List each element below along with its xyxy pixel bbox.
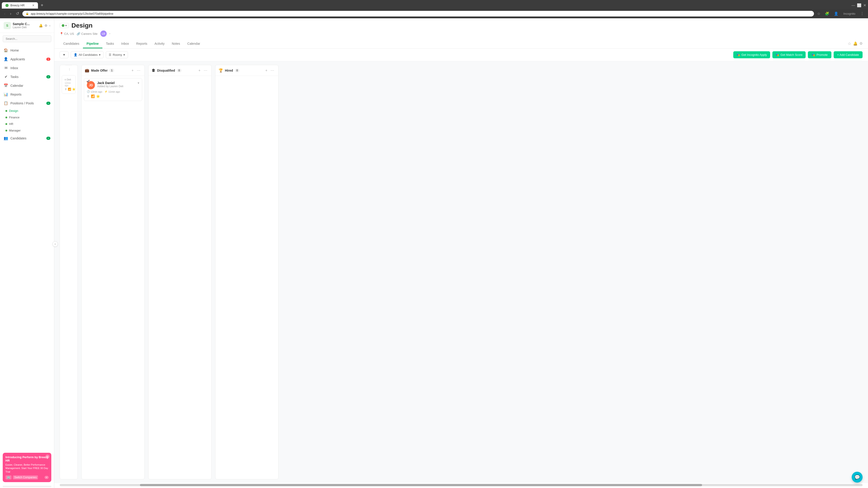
- sidebar-search-container: [0, 33, 54, 44]
- settings-icon[interactable]: ⚙: [44, 24, 48, 27]
- new-tab-button[interactable]: +: [39, 2, 45, 9]
- menu-button[interactable]: ⋮: [859, 11, 865, 17]
- notification-icon[interactable]: 🔔: [39, 24, 43, 27]
- disqualified-header: 🗑 Disqualified 0 + ⋯: [149, 65, 211, 76]
- sidebar-item-tasks[interactable]: ✔ Tasks +: [0, 72, 54, 81]
- card-avatar-flag: 🚀: [86, 80, 90, 83]
- tab-notes[interactable]: Notes: [168, 39, 184, 48]
- bolt-icon: ⚡: [104, 90, 107, 93]
- location-text: CA, US: [64, 32, 74, 35]
- match-icon: 🎭: [776, 53, 779, 57]
- sidebar-item-home-label: Home: [10, 48, 19, 52]
- window-minimize-button[interactable]: —: [851, 3, 855, 7]
- made-offer-add-button[interactable]: +: [131, 68, 134, 73]
- sidebar-item-applicants[interactable]: 👤 Applicants 1: [0, 55, 54, 64]
- pipeline-scrollbar[interactable]: [60, 484, 863, 486]
- clock-icon: 🕐: [87, 90, 90, 93]
- company-user: Lauren Deli: [13, 26, 30, 29]
- card-actions-jack: ⬆ 📶 ⭐: [87, 94, 139, 98]
- add-candidate-label: + Add Candidate: [837, 53, 859, 57]
- signal-icon[interactable]: 📶: [91, 94, 95, 98]
- timestamp-1-value: 13min ago: [91, 90, 102, 93]
- tab-inbox[interactable]: Inbox: [118, 39, 132, 48]
- tab-activity[interactable]: Activity: [151, 39, 168, 48]
- address-bar[interactable]: 🔒 app.breezy.hr/app/c/sample-company/p/1…: [22, 11, 814, 17]
- position-item-finance[interactable]: Finance: [0, 114, 54, 121]
- position-title-row: ▾ Design: [60, 22, 863, 29]
- position-item-hr[interactable]: HR: [0, 121, 54, 127]
- sidebar-item-reports[interactable]: 📊 Reports: [0, 90, 54, 99]
- promote-button[interactable]: 🎭 Promote: [808, 51, 831, 58]
- promo-close-x[interactable]: ×: [44, 476, 49, 479]
- candidate-card-jack-daniel[interactable]: 🚀 JD Jack Daniel Added by Lauren Deli ▾: [84, 78, 142, 101]
- promo-btn-label: Switch Companies: [13, 475, 38, 480]
- all-candidates-dropdown[interactable]: 👤 All Candidates ▾: [71, 51, 103, 58]
- back-button[interactable]: ‹: [3, 10, 7, 17]
- partial-candidate-card[interactable]: n Deli 12min ago ⬆ 📶 ⭐: [62, 75, 76, 94]
- add-candidate-button[interactable]: + Add Candidate: [834, 51, 863, 58]
- home-icon: 🏠: [4, 48, 8, 53]
- sidebar-item-calendar[interactable]: 📅 Calendar: [0, 81, 54, 90]
- tab-candidates[interactable]: Candidates: [60, 39, 83, 48]
- hired-add-button[interactable]: +: [265, 68, 268, 73]
- position-avatar: LD: [100, 31, 107, 37]
- sidebar-item-inbox[interactable]: ✉ Inbox: [0, 64, 54, 72]
- incognito-apply-button[interactable]: 🎭 Get Incognito Apply: [733, 51, 770, 58]
- promo-close-button[interactable]: ×: [45, 455, 50, 459]
- profile-button[interactable]: 👤: [833, 11, 840, 17]
- hired-actions: + ⋯: [265, 68, 275, 73]
- sidebar-item-positions-pools[interactable]: 📋 Positions / Pools +: [0, 99, 54, 107]
- bookmark-button[interactable]: ☆: [816, 11, 822, 17]
- filter-icon: ▼: [63, 53, 66, 57]
- upload-icon[interactable]: ⬆: [87, 94, 90, 98]
- tasks-icon: ✔: [4, 74, 8, 79]
- star-button[interactable]: ☆: [848, 41, 851, 46]
- view-dropdown[interactable]: ☰ Roomy ▾: [106, 51, 128, 58]
- partial-action2[interactable]: 📶: [68, 88, 71, 91]
- disqualified-menu-button[interactable]: ⋯: [203, 68, 208, 73]
- disqualified-add-button[interactable]: +: [197, 68, 202, 73]
- sidebar-item-candidates[interactable]: 👥 Candidates +: [0, 134, 54, 142]
- position-item-design[interactable]: Design: [0, 107, 54, 114]
- sidebar: S Sample C... Lauren Deli 🔔 ⚙ ‹ 🏠 Home 👤: [0, 18, 54, 488]
- partial-action1[interactable]: ⬆: [65, 88, 67, 91]
- tab-pipeline[interactable]: Pipeline: [83, 39, 102, 48]
- window-close-button[interactable]: ✕: [863, 3, 866, 7]
- settings-position-button[interactable]: ⚙: [860, 41, 863, 46]
- disqualified-count: 0: [177, 69, 182, 72]
- search-input[interactable]: [3, 35, 51, 42]
- tab-calendar[interactable]: Calendar: [184, 39, 204, 48]
- browser-tab-breezy[interactable]: Breezy HR ×: [2, 2, 38, 8]
- tab-reports[interactable]: Reports: [133, 39, 151, 48]
- partial-action3[interactable]: ⭐: [72, 88, 75, 91]
- hired-menu-button[interactable]: ⋯: [270, 68, 275, 73]
- match-score-button[interactable]: 🎭 Get Match Score: [772, 51, 806, 58]
- hired-icon: 🏆: [219, 68, 223, 72]
- filter-button[interactable]: ▼: [60, 51, 68, 58]
- hired-label: Hired: [225, 69, 233, 72]
- bell-button[interactable]: 🔔: [853, 41, 858, 46]
- reload-button[interactable]: ↺: [14, 10, 21, 17]
- card-dropdown-jack[interactable]: ▾: [138, 81, 139, 85]
- window-maximize-button[interactable]: ⬜: [857, 3, 862, 7]
- made-offer-menu-button[interactable]: ⋯: [136, 68, 141, 73]
- chat-widget-button[interactable]: 💬: [852, 472, 863, 483]
- sidebar-item-home[interactable]: 🏠 Home: [0, 46, 54, 55]
- position-status-dropdown[interactable]: ▾: [60, 23, 69, 28]
- star-icon[interactable]: ⭐: [96, 94, 100, 98]
- tab-close-button[interactable]: ×: [32, 4, 34, 7]
- view-label: Roomy: [113, 53, 122, 57]
- careers-site-link[interactable]: 🔗 Careers Site: [76, 32, 97, 35]
- pipeline-board: … n Deli 12min ago ⬆ 📶 ⭐ �: [54, 61, 868, 483]
- card-timestamp-2: ⚡ 11min ago: [104, 90, 120, 93]
- tab-tasks[interactable]: Tasks: [102, 39, 118, 48]
- forward-button[interactable]: ›: [8, 10, 13, 17]
- sidebar-header: S Sample C... Lauren Deli 🔔 ⚙ ‹: [0, 18, 54, 33]
- sidebar-item-inbox-label: Inbox: [10, 66, 18, 70]
- sidebar-toggle-button[interactable]: ‹: [53, 241, 58, 247]
- position-item-manager[interactable]: Manager: [0, 127, 54, 134]
- sidebar-collapse-button[interactable]: ‹: [49, 24, 51, 27]
- extensions-button[interactable]: 🧩: [824, 11, 831, 17]
- promote-label: Promote: [816, 53, 828, 57]
- promo-switch-btn[interactable]: 🏢 Switch Companies ×: [5, 475, 49, 480]
